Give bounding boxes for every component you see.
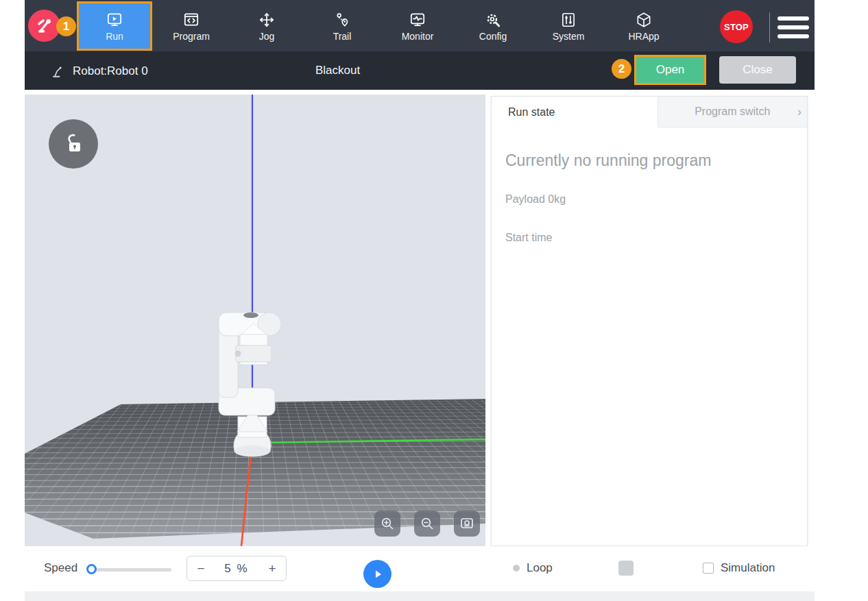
tab-program-label: Program [173,32,210,41]
playback-controls-bar: Speed − 5 % + Loop Simulation [25,546,815,591]
play-button[interactable] [363,560,391,588]
play-icon [372,568,384,580]
view-lock-button[interactable] [49,119,98,169]
trail-icon [333,11,352,29]
tab-system-label: System [553,32,585,41]
tab-system[interactable]: System [540,0,597,51]
zoom-out-button[interactable] [414,511,440,537]
unlock-icon [60,131,86,157]
tab-jog[interactable]: Jog [238,0,296,51]
panel-tabs: Run state Program switch › [492,97,807,127]
tab-run-state[interactable]: Run state [492,97,658,127]
zoom-in-icon [379,515,396,532]
payload-label: Payload 0kg [505,193,793,206]
app-logo[interactable] [28,10,60,42]
simulation-label: Simulation [721,561,775,575]
robot-3d-scene [25,95,485,546]
emergency-stop-button[interactable]: STOP [720,10,753,43]
app-window: 1 Run Program Jog [0,0,868,601]
start-time-label: Start time [505,232,793,244]
open-button[interactable]: Open [634,55,706,85]
system-icon [559,11,578,29]
top-nav-bar: 1 Run Program Jog [25,0,815,51]
speed-value: 5 % [215,562,258,576]
robot-selector[interactable]: Robot:Robot 0 [51,64,148,79]
tab-trail-label: Trail [333,32,352,41]
run-state-panel: Run state Program switch › Currently no … [491,96,808,546]
config-icon [483,11,503,29]
speed-label: Speed [44,561,77,575]
tab-run[interactable]: Run [77,1,152,51]
monitor-icon [408,11,427,29]
viewport-toolbar [374,511,480,537]
jog-icon [257,11,276,29]
robot-label: Robot:Robot 0 [73,64,148,78]
speed-slider-handle[interactable] [86,564,97,574]
tab-run-label: Run [106,32,123,41]
tab-config[interactable]: Config [464,0,522,51]
simulation-control: Simulation [703,561,775,575]
nav-divider [769,12,770,42]
chevron-right-icon[interactable]: › [797,105,801,119]
close-button[interactable]: Close [719,56,796,84]
speed-stepper: − 5 % + [186,556,287,581]
speed-slider[interactable] [88,568,171,572]
robot-arm-icon [51,64,66,79]
hrapp-icon [634,11,653,29]
loop-toggle-button[interactable] [618,561,634,576]
tab-monitor[interactable]: Monitor [389,0,446,51]
tab-jog-label: Jog [259,32,275,41]
speed-decrease-button[interactable]: − [187,561,215,576]
panel-body: Currently no running program Payload 0kg… [505,151,793,270]
zoom-in-button[interactable] [374,511,400,537]
tab-program[interactable]: Program [162,0,220,51]
program-icon [182,11,201,29]
robot-3d-viewport[interactable] [25,95,485,546]
reset-view-button[interactable] [454,511,480,537]
robot-logo-icon [34,16,55,36]
loop-label: Loop [527,561,553,575]
tab-program-switch[interactable]: Program switch › [658,97,808,127]
tab-run-state-label: Run state [508,106,555,119]
blackout-label: Blackout [315,64,360,77]
loop-indicator-dot [513,565,520,572]
annotation-step-2-badge: 2 [612,59,631,79]
tab-config-label: Config [479,32,507,41]
no-program-message: Currently no running program [505,151,793,170]
tab-hrapp-label: HRApp [628,32,659,41]
tab-monitor-label: Monitor [402,32,434,41]
tab-program-switch-label: Program switch [695,106,770,118]
run-icon [105,11,124,29]
status-bar: Robot:Robot 0 Blackout 2 Open Close [25,51,815,90]
annotation-step-1-badge: 1 [56,16,76,36]
zoom-out-icon [419,515,435,532]
simulation-checkbox[interactable] [703,563,714,574]
hamburger-menu-icon[interactable] [777,16,809,38]
tab-hrapp[interactable]: HRApp [615,0,673,51]
bottom-section-edge [25,591,815,601]
reset-view-icon [459,515,475,532]
speed-increase-button[interactable]: + [258,561,286,576]
loop-control[interactable]: Loop [513,561,553,575]
tab-trail[interactable]: Trail [313,0,371,51]
